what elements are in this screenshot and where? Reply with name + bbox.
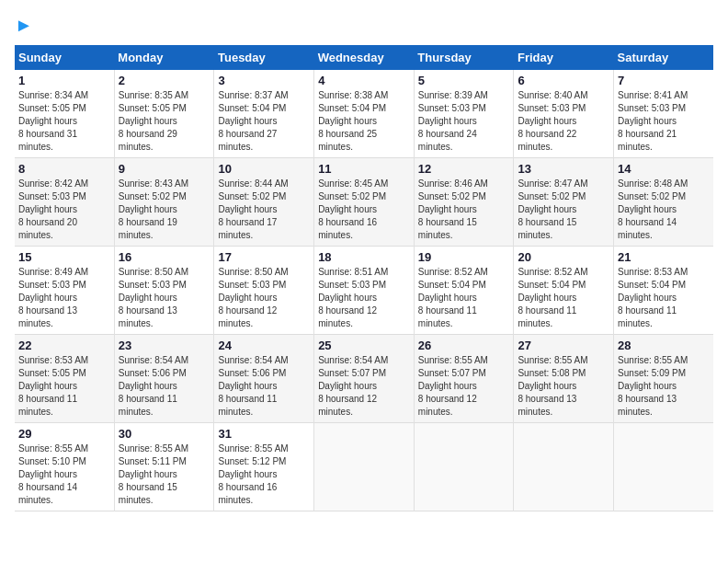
day-info: Sunrise: 8:50 AMSunset: 5:03 PMDaylight … bbox=[119, 267, 188, 328]
day-number: 20 bbox=[518, 250, 609, 264]
day-info: Sunrise: 8:52 AMSunset: 5:04 PMDaylight … bbox=[418, 267, 488, 328]
day-info: Sunrise: 8:55 AMSunset: 5:10 PMDaylight … bbox=[18, 443, 88, 505]
calendar-day-cell: 21 Sunrise: 8:53 AMSunset: 5:04 PMDaylig… bbox=[614, 247, 713, 335]
logo: ► bbox=[15, 15, 33, 36]
day-info: Sunrise: 8:50 AMSunset: 5:03 PMDaylight … bbox=[218, 267, 288, 328]
day-number: 2 bbox=[119, 74, 210, 87]
day-info: Sunrise: 8:39 AMSunset: 5:03 PMDaylight … bbox=[418, 90, 488, 152]
col-thursday: Thursday bbox=[414, 45, 514, 70]
calendar-week-row: 29 Sunrise: 8:55 AMSunset: 5:10 PMDaylig… bbox=[15, 423, 713, 511]
calendar-day-cell: 4 Sunrise: 8:38 AMSunset: 5:04 PMDayligh… bbox=[314, 70, 415, 158]
calendar-header-row: Sunday Monday Tuesday Wednesday Thursday… bbox=[15, 45, 713, 70]
calendar-day-cell: 16 Sunrise: 8:50 AMSunset: 5:03 PMDaylig… bbox=[114, 247, 214, 335]
day-number: 16 bbox=[119, 250, 210, 264]
calendar-day-cell: 22 Sunrise: 8:53 AMSunset: 5:05 PMDaylig… bbox=[15, 335, 114, 423]
calendar-day-cell: 11 Sunrise: 8:45 AMSunset: 5:02 PMDaylig… bbox=[314, 158, 415, 247]
day-number: 23 bbox=[119, 339, 210, 352]
day-info: Sunrise: 8:55 AMSunset: 5:07 PMDaylight … bbox=[418, 355, 488, 417]
calendar-day-cell: 7 Sunrise: 8:41 AMSunset: 5:03 PMDayligh… bbox=[614, 70, 713, 158]
day-info: Sunrise: 8:38 AMSunset: 5:04 PMDaylight … bbox=[318, 90, 388, 152]
day-number: 18 bbox=[318, 250, 410, 264]
day-number: 26 bbox=[418, 339, 510, 352]
calendar-week-row: 1 Sunrise: 8:34 AMSunset: 5:05 PMDayligh… bbox=[15, 70, 713, 158]
day-number: 14 bbox=[618, 162, 710, 176]
calendar-day-cell: 17 Sunrise: 8:50 AMSunset: 5:03 PMDaylig… bbox=[214, 247, 314, 335]
day-number: 10 bbox=[218, 162, 310, 176]
calendar-day-cell: 20 Sunrise: 8:52 AMSunset: 5:04 PMDaylig… bbox=[514, 247, 614, 335]
calendar-day-cell: 10 Sunrise: 8:44 AMSunset: 5:02 PMDaylig… bbox=[214, 158, 314, 247]
calendar-day-cell: 8 Sunrise: 8:42 AMSunset: 5:03 PMDayligh… bbox=[15, 158, 114, 247]
calendar-week-row: 22 Sunrise: 8:53 AMSunset: 5:05 PMDaylig… bbox=[15, 335, 713, 423]
day-info: Sunrise: 8:43 AMSunset: 5:02 PMDaylight … bbox=[119, 178, 188, 240]
day-info: Sunrise: 8:55 AMSunset: 5:08 PMDaylight … bbox=[518, 355, 587, 417]
calendar-day-cell bbox=[314, 423, 415, 511]
calendar-day-cell: 5 Sunrise: 8:39 AMSunset: 5:03 PMDayligh… bbox=[414, 70, 514, 158]
calendar-day-cell: 2 Sunrise: 8:35 AMSunset: 5:05 PMDayligh… bbox=[114, 70, 214, 158]
page-container: ► Sunday Monday Tuesday Wednesday Thursd… bbox=[0, 0, 728, 519]
day-number: 7 bbox=[618, 74, 710, 87]
calendar-day-cell: 15 Sunrise: 8:49 AMSunset: 5:03 PMDaylig… bbox=[15, 247, 114, 335]
day-number: 15 bbox=[18, 250, 110, 264]
day-number: 28 bbox=[618, 339, 710, 352]
day-info: Sunrise: 8:53 AMSunset: 5:05 PMDaylight … bbox=[18, 355, 88, 417]
calendar-day-cell: 3 Sunrise: 8:37 AMSunset: 5:04 PMDayligh… bbox=[214, 70, 314, 158]
day-number: 9 bbox=[119, 162, 210, 176]
col-wednesday: Wednesday bbox=[314, 45, 415, 70]
calendar-day-cell: 26 Sunrise: 8:55 AMSunset: 5:07 PMDaylig… bbox=[414, 335, 514, 423]
day-number: 31 bbox=[218, 427, 310, 441]
calendar-day-cell: 13 Sunrise: 8:47 AMSunset: 5:02 PMDaylig… bbox=[514, 158, 614, 247]
day-number: 30 bbox=[119, 427, 210, 441]
day-info: Sunrise: 8:54 AMSunset: 5:06 PMDaylight … bbox=[218, 355, 288, 417]
day-info: Sunrise: 8:53 AMSunset: 5:04 PMDaylight … bbox=[618, 267, 688, 328]
calendar-day-cell bbox=[614, 423, 713, 511]
day-info: Sunrise: 8:55 AMSunset: 5:11 PMDaylight … bbox=[119, 443, 188, 505]
day-number: 25 bbox=[318, 339, 410, 352]
day-info: Sunrise: 8:48 AMSunset: 5:02 PMDaylight … bbox=[618, 178, 688, 240]
logo-arrow-icon: ► bbox=[15, 15, 33, 35]
day-number: 8 bbox=[18, 162, 110, 176]
day-number: 5 bbox=[418, 74, 510, 87]
calendar-day-cell: 12 Sunrise: 8:46 AMSunset: 5:02 PMDaylig… bbox=[414, 158, 514, 247]
calendar-day-cell: 27 Sunrise: 8:55 AMSunset: 5:08 PMDaylig… bbox=[514, 335, 614, 423]
day-info: Sunrise: 8:42 AMSunset: 5:03 PMDaylight … bbox=[18, 178, 88, 240]
day-number: 19 bbox=[418, 250, 510, 264]
day-number: 1 bbox=[18, 74, 110, 87]
day-number: 6 bbox=[518, 74, 609, 87]
day-info: Sunrise: 8:34 AMSunset: 5:05 PMDaylight … bbox=[18, 90, 88, 152]
calendar-day-cell: 30 Sunrise: 8:55 AMSunset: 5:11 PMDaylig… bbox=[114, 423, 214, 511]
day-number: 29 bbox=[18, 427, 110, 441]
day-number: 11 bbox=[318, 162, 410, 176]
day-number: 4 bbox=[318, 74, 410, 87]
day-info: Sunrise: 8:44 AMSunset: 5:02 PMDaylight … bbox=[218, 178, 288, 240]
day-number: 12 bbox=[418, 162, 510, 176]
day-number: 17 bbox=[218, 250, 310, 264]
day-info: Sunrise: 8:51 AMSunset: 5:03 PMDaylight … bbox=[318, 267, 388, 328]
calendar-table: Sunday Monday Tuesday Wednesday Thursday… bbox=[15, 45, 713, 511]
day-number: 27 bbox=[518, 339, 609, 352]
day-number: 13 bbox=[518, 162, 609, 176]
day-info: Sunrise: 8:52 AMSunset: 5:04 PMDaylight … bbox=[518, 267, 587, 328]
day-info: Sunrise: 8:37 AMSunset: 5:04 PMDaylight … bbox=[218, 90, 288, 152]
calendar-day-cell: 19 Sunrise: 8:52 AMSunset: 5:04 PMDaylig… bbox=[414, 247, 514, 335]
day-number: 3 bbox=[218, 74, 310, 87]
calendar-day-cell: 14 Sunrise: 8:48 AMSunset: 5:02 PMDaylig… bbox=[614, 158, 713, 247]
day-info: Sunrise: 8:41 AMSunset: 5:03 PMDaylight … bbox=[618, 90, 688, 152]
day-number: 21 bbox=[618, 250, 710, 264]
calendar-day-cell: 18 Sunrise: 8:51 AMSunset: 5:03 PMDaylig… bbox=[314, 247, 415, 335]
day-number: 24 bbox=[218, 339, 310, 352]
day-info: Sunrise: 8:55 AMSunset: 5:09 PMDaylight … bbox=[618, 355, 688, 417]
calendar-day-cell: 29 Sunrise: 8:55 AMSunset: 5:10 PMDaylig… bbox=[15, 423, 114, 511]
day-info: Sunrise: 8:49 AMSunset: 5:03 PMDaylight … bbox=[18, 267, 88, 328]
col-monday: Monday bbox=[114, 45, 214, 70]
col-saturday: Saturday bbox=[614, 45, 713, 70]
calendar-day-cell: 9 Sunrise: 8:43 AMSunset: 5:02 PMDayligh… bbox=[114, 158, 214, 247]
day-info: Sunrise: 8:45 AMSunset: 5:02 PMDaylight … bbox=[318, 178, 388, 240]
calendar-day-cell: 23 Sunrise: 8:54 AMSunset: 5:06 PMDaylig… bbox=[114, 335, 214, 423]
day-info: Sunrise: 8:35 AMSunset: 5:05 PMDaylight … bbox=[119, 90, 188, 152]
col-friday: Friday bbox=[514, 45, 614, 70]
col-sunday: Sunday bbox=[15, 45, 114, 70]
day-number: 22 bbox=[18, 339, 110, 352]
day-info: Sunrise: 8:40 AMSunset: 5:03 PMDaylight … bbox=[518, 90, 587, 152]
calendar-week-row: 8 Sunrise: 8:42 AMSunset: 5:03 PMDayligh… bbox=[15, 158, 713, 247]
day-info: Sunrise: 8:46 AMSunset: 5:02 PMDaylight … bbox=[418, 178, 488, 240]
